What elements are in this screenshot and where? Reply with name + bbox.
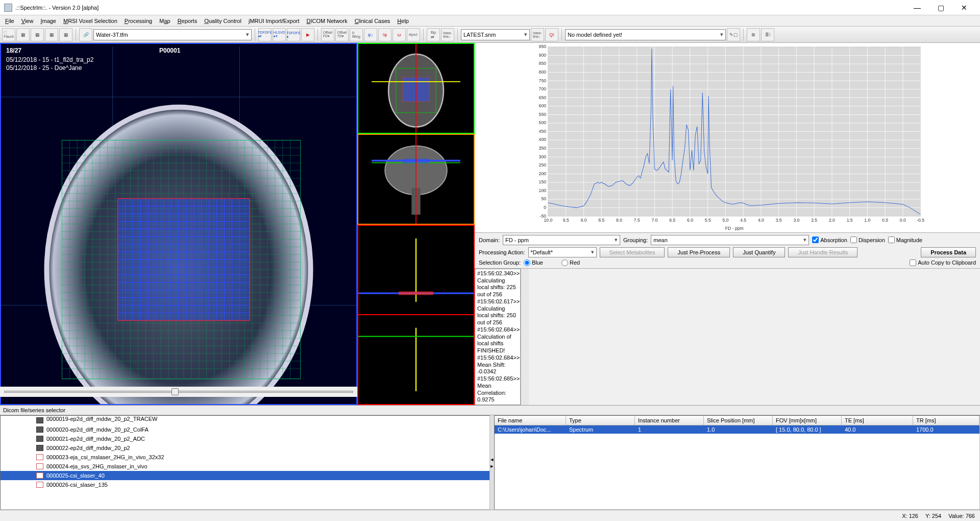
menu-clinical[interactable]: Clinical Cases — [352, 17, 394, 25]
sagittal-mini-view-1[interactable] — [357, 225, 475, 315]
maximize-button[interactable]: ▢ — [929, 0, 952, 15]
menu-view[interactable]: View — [18, 17, 37, 25]
panel-title: Dicom file/series selector — [0, 406, 980, 415]
slice-slider[interactable] — [4, 391, 353, 393]
svg-text:9.5: 9.5 — [563, 218, 569, 223]
tool-edit-icon[interactable]: ✎▢ — [727, 28, 740, 41]
spectrum-plot[interactable]: 10.09.59.08.58.07.57.06.56.05.55.04.54.0… — [475, 43, 980, 232]
th-instance[interactable]: Instance number — [635, 416, 704, 425]
image-counter: 18/27 — [6, 47, 21, 54]
tree-item[interactable]: 0000020-ep2d_diff_mddw_20_p2_ColFA — [1, 425, 489, 434]
tool-grid2[interactable]: ▦ — [31, 28, 44, 41]
th-tr[interactable]: TR [ms] — [913, 416, 979, 425]
dispersion-checkbox[interactable]: Dispersion — [850, 236, 885, 243]
tool-offset-td[interactable]: OffsetTD▾ — [335, 28, 349, 41]
latest-select[interactable]: LATEST.snm — [461, 29, 530, 40]
tool-apod[interactable]: Apod. — [407, 28, 420, 41]
tool-0filling[interactable]: 0filling — [350, 28, 363, 41]
magnitude-checkbox[interactable]: Magnitude — [888, 236, 922, 243]
menu-image[interactable]: Image — [37, 17, 59, 25]
svg-text:950: 950 — [539, 44, 547, 49]
menu-reports[interactable]: Reports — [175, 17, 201, 25]
tool-phi0[interactable]: φ↓ — [364, 28, 377, 41]
log-scrollbar[interactable] — [521, 269, 529, 405]
menu-qc[interactable]: Quality Control — [201, 17, 244, 25]
domain-select[interactable]: FD - ppm — [503, 235, 620, 245]
spectrum-panel: 10.09.59.08.58.07.57.06.56.05.55.04.54.0… — [475, 43, 980, 405]
auto-copy-checkbox[interactable]: Auto Copy to Clipboard — [910, 259, 976, 266]
th-type[interactable]: Type — [566, 416, 635, 425]
tool-list-icon[interactable]: ≣⁞ — [761, 28, 774, 41]
tree-item[interactable]: 0000021-ep2d_diff_mddw_20_p2_ADC — [1, 434, 489, 443]
selection-group-blue-radio[interactable]: Blue — [524, 259, 543, 266]
tool-grid1[interactable]: ▦ — [16, 28, 30, 41]
menu-mrsi[interactable]: MRSI Voxel Selection — [60, 17, 120, 25]
tool-doc-icon[interactable]: 🗎 — [747, 28, 760, 41]
axial-mini-view[interactable] — [357, 43, 475, 134]
tool-hlsvd[interactable]: HLSVD●▾ — [273, 28, 286, 41]
selection-group-red-radio[interactable]: Red — [561, 259, 580, 266]
absorption-checkbox[interactable]: Absorption — [812, 236, 847, 243]
splitter-handle[interactable]: ◂▸ — [490, 415, 494, 510]
svg-text:7.5: 7.5 — [634, 218, 640, 223]
svg-text:7.0: 7.0 — [651, 218, 657, 223]
series-tree[interactable]: 0000019-ep2d_diff_mddw_20_p2_TRACEW00000… — [0, 415, 490, 510]
tool-link-icon[interactable]: 🔗 — [79, 28, 92, 41]
toolbar: ⬚Flaunt ▦ ▦ ▦ ▦ 🔗 Water-3T.tfm TDFDFE●▾ … — [0, 27, 980, 43]
sagittal-mini-view-2[interactable] — [357, 314, 475, 405]
process-data-button[interactable]: Process Data — [921, 247, 976, 257]
tool-flaunt[interactable]: ⬚Flaunt — [2, 28, 15, 41]
main-image-viewer[interactable]: 18/27 P00001 05/12/2018 - 15 - t1_fl2d_t… — [0, 43, 357, 405]
th-fov[interactable]: FOV [mm]x[mm] — [773, 416, 842, 425]
filter-select[interactable]: Water-3T.tfm — [93, 29, 252, 40]
processing-action-select[interactable]: *Default* — [528, 247, 597, 257]
tree-item[interactable]: 0000026-csi_slaser_135 — [1, 480, 489, 489]
svg-text:4.5: 4.5 — [740, 218, 746, 223]
series-info-1: 05/12/2018 - 15 - t1_fl2d_tra_p2 — [6, 56, 93, 63]
menu-jmrui[interactable]: jMRUI Import/Export — [246, 17, 303, 25]
just-quantify-button[interactable]: Just Quantify — [733, 247, 785, 257]
svg-text:100: 100 — [539, 188, 547, 193]
tool-baseline1[interactable]: base-line↓ — [441, 28, 454, 41]
tree-item[interactable]: 0000019-ep2d_diff_mddw_20_p2_TRACEW — [1, 416, 489, 425]
menu-processing[interactable]: Processing — [121, 17, 155, 25]
log-output[interactable]: #15:56:02.340>> Calculating local shifts… — [475, 269, 521, 405]
menu-dicom[interactable]: DICOM Network — [304, 17, 351, 25]
tool-baseline2[interactable]: base-line↓ — [531, 28, 544, 41]
tool-q-icon[interactable]: Q! — [545, 28, 558, 41]
close-button[interactable]: ✕ — [952, 0, 976, 15]
tree-item[interactable]: 0000022-ep2d_diff_mddw_20_p2 — [1, 443, 489, 453]
tree-item[interactable]: 0000024-eja_svs_2HG_mslaser_in_vivo — [1, 462, 489, 471]
tool-phi0b[interactable]: !φ — [378, 28, 391, 41]
file-table[interactable]: File name Type Instance number Slice Pos… — [494, 415, 980, 510]
menu-file[interactable]: File — [2, 17, 17, 25]
series-info-2: 05/12/2018 - 25 - Doe^Jane — [6, 64, 82, 72]
th-te[interactable]: TE [ms] — [842, 416, 913, 425]
svg-text:0.5: 0.5 — [882, 218, 888, 223]
svg-text:750: 750 — [539, 78, 547, 83]
th-filename[interactable]: File name — [495, 416, 566, 425]
tool-grid3[interactable]: ▦ — [45, 28, 58, 41]
menu-help[interactable]: Help — [394, 17, 412, 25]
th-slicepos[interactable]: Slice Position [mm] — [704, 416, 773, 425]
tool-grid4[interactable]: ▦ — [59, 28, 72, 41]
just-preprocess-button[interactable]: Just Pre-Process — [668, 247, 730, 257]
grouping-select[interactable]: mean — [651, 235, 809, 245]
coronal-mini-view[interactable] — [357, 134, 475, 225]
menu-map[interactable]: Map — [156, 17, 173, 25]
tool-flip[interactable]: flip⇄ — [427, 28, 440, 41]
tool-omega[interactable]: ω — [393, 28, 406, 41]
grouping-label: Grouping: — [623, 237, 648, 243]
tree-item[interactable]: 0000023-eja_csi_mslaser_2HG_in_vivo_32x3… — [1, 453, 489, 462]
svg-text:0: 0 — [544, 205, 546, 210]
tool-offset-fd[interactable]: OffsetFD▾ — [321, 28, 334, 41]
just-handle-results-button[interactable]: Just Handle Results — [788, 247, 857, 257]
model-select[interactable]: No model defined yet! — [565, 29, 726, 40]
table-row[interactable]: C:\Users\johan\Doc... Spectrum 1 1.0 [ 1… — [495, 425, 979, 434]
tree-item[interactable]: 0000025-csi_slaser_40 — [1, 471, 489, 480]
minimize-button[interactable]: — — [905, 0, 929, 15]
tool-tdfdfe2[interactable]: TDFDFE● — [287, 28, 300, 41]
select-metabolites-button[interactable]: Select Metabolites — [600, 247, 665, 257]
tool-tdfdfe1[interactable]: TDFDFE●▾ — [258, 28, 272, 41]
tool-play-icon[interactable]: ▶ — [301, 28, 314, 41]
